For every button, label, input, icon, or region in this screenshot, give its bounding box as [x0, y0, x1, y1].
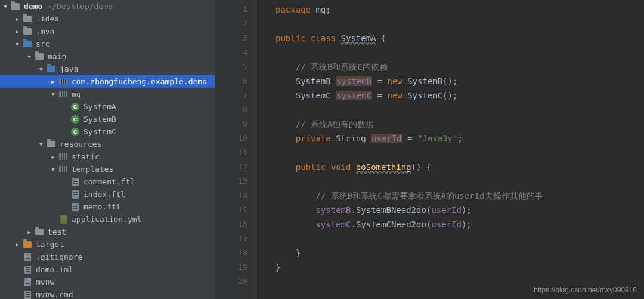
- file-icon: [23, 290, 32, 300]
- tree-node-label: demo.iml: [35, 265, 73, 274]
- code-token: private: [296, 134, 336, 143]
- tree-node-label: mvnw.cmd: [35, 290, 73, 299]
- code-line[interactable]: // 系统B和系统C都需要拿着系统A的userId去操作其他的事: [275, 189, 644, 203]
- code-token: SystemB: [296, 76, 336, 86]
- folder-icon: [35, 227, 44, 237]
- line-number: 4: [215, 45, 247, 60]
- code-line[interactable]: systemB.SystemBNeed2do(userId);: [275, 203, 644, 217]
- code-token: SystemC();: [407, 91, 457, 100]
- tree-node[interactable]: ▶application.yml: [0, 213, 215, 226]
- chevron-right-icon[interactable]: ▶: [26, 229, 32, 235]
- folder-icon: [23, 240, 32, 249]
- tree-node[interactable]: ▶comment.ftl: [0, 175, 215, 188]
- folder-icon: [23, 27, 32, 36]
- tree-node[interactable]: ▼src: [0, 38, 215, 50]
- chevron-down-icon[interactable]: ▼: [14, 41, 20, 47]
- code-token: [275, 62, 296, 72]
- code-line[interactable]: // 系统B和系统C的依赖: [275, 60, 644, 74]
- tree-node[interactable]: ▶test: [0, 226, 215, 238]
- code-line[interactable]: SystemC systemC = new SystemC();: [275, 88, 644, 103]
- tree-node[interactable]: ▼main: [0, 50, 215, 63]
- tree-node[interactable]: ▶CSystemB: [0, 113, 215, 125]
- code-line[interactable]: [275, 45, 644, 60]
- chevron-down-icon[interactable]: ▼: [38, 141, 44, 147]
- tree-node-label: java: [58, 64, 78, 73]
- tree-node[interactable]: ▶com.zhongfucheng.example.demo: [0, 75, 215, 88]
- tree-node-label: .gitignore: [35, 252, 82, 261]
- code-editor[interactable]: 1234567891011121314151617181920 package …: [215, 0, 644, 299]
- tree-node-label: comment.ftl: [82, 177, 135, 186]
- tree-node[interactable]: ▶mvnw: [0, 276, 215, 288]
- code-line[interactable]: public void doSomething() {: [275, 160, 644, 174]
- tree-node[interactable]: ▶demo.iml: [0, 263, 215, 276]
- line-number: 6: [215, 74, 247, 88]
- tree-node[interactable]: ▶memo.ftl: [0, 201, 215, 213]
- tree-node[interactable]: ▶CSystemC: [0, 125, 215, 138]
- code-line[interactable]: // 系统A独有的数据: [275, 117, 644, 131]
- file-icon: [23, 265, 32, 275]
- chevron-right-icon[interactable]: ▶: [14, 29, 20, 35]
- chevron-down-icon[interactable]: ▼: [26, 54, 32, 60]
- tree-node[interactable]: ▶.mvn: [0, 25, 215, 38]
- package-icon: [58, 77, 68, 87]
- chevron-right-icon[interactable]: ▶: [50, 79, 56, 85]
- chevron-right-icon[interactable]: ▶: [50, 154, 56, 160]
- code-token: =: [402, 134, 417, 143]
- tree-node-label: mvnw: [35, 278, 54, 286]
- tree-node[interactable]: ▶CSystemA: [0, 100, 215, 113]
- project-tree[interactable]: ▼demo~/Desktop/demo▶.idea▶.mvn▼src▼main▼…: [0, 0, 215, 299]
- tree-node[interactable]: ▶.gitignore: [0, 251, 215, 263]
- code-line[interactable]: [275, 232, 644, 246]
- folder-icon: [23, 39, 32, 49]
- tree-node-label: main: [47, 52, 66, 61]
- tree-node[interactable]: ▼java: [0, 63, 215, 75]
- chevron-down-icon[interactable]: ▼: [2, 4, 8, 10]
- code-line[interactable]: systemC.SystemCNeed2do(userId);: [275, 217, 644, 232]
- tree-node-label: demo: [23, 2, 42, 11]
- chevron-right-icon[interactable]: ▶: [14, 16, 20, 22]
- code-line[interactable]: }: [275, 246, 644, 260]
- code-line[interactable]: [275, 146, 644, 160]
- line-number: 9: [215, 117, 247, 131]
- tree-node[interactable]: ▼resources: [0, 138, 215, 150]
- code-token: );: [462, 220, 472, 229]
- code-line[interactable]: [275, 174, 644, 189]
- yaml-file-icon: [58, 215, 68, 224]
- code-token: SystemB();: [407, 76, 457, 86]
- code-token: =: [372, 76, 387, 86]
- tree-node-label: resources: [58, 140, 101, 149]
- tree-node-label: .idea: [35, 14, 59, 23]
- code-line[interactable]: }: [275, 260, 644, 275]
- tree-node[interactable]: ▶mvnw.cmd: [0, 288, 215, 299]
- code-line[interactable]: [275, 17, 644, 31]
- chevron-right-icon[interactable]: ▶: [14, 242, 20, 248]
- code-line[interactable]: private String userId = "Java3y";: [275, 131, 644, 146]
- code-token: [275, 205, 315, 215]
- line-number: 18: [215, 246, 247, 260]
- tree-node-label: mq: [70, 90, 81, 98]
- code-area[interactable]: package mq;public class SystemA { // 系统B…: [256, 0, 644, 299]
- tree-node-label: target: [35, 240, 64, 249]
- code-line[interactable]: SystemB systemB = new SystemB();: [275, 74, 644, 88]
- tree-node[interactable]: ▶target: [0, 238, 215, 251]
- code-token: public class: [275, 33, 341, 43]
- tree-node[interactable]: ▼demo~/Desktop/demo: [0, 0, 215, 13]
- code-line[interactable]: [275, 103, 644, 117]
- line-number: 7: [215, 88, 247, 103]
- code-line[interactable]: public class SystemA {: [275, 31, 644, 45]
- code-token: new: [387, 91, 407, 100]
- tree-node[interactable]: ▼mq: [0, 88, 215, 100]
- code-line[interactable]: package mq;: [275, 2, 644, 17]
- code-token: );: [462, 205, 472, 215]
- line-number: 12: [215, 160, 247, 174]
- tree-node[interactable]: ▶static: [0, 150, 215, 163]
- tree-node[interactable]: ▶index.ftl: [0, 188, 215, 201]
- chevron-down-icon[interactable]: ▼: [38, 66, 44, 72]
- chevron-down-icon[interactable]: ▼: [50, 91, 56, 97]
- line-number: 16: [215, 217, 247, 232]
- tree-node[interactable]: ▼templates: [0, 163, 215, 175]
- tree-node[interactable]: ▶.idea: [0, 13, 215, 25]
- code-token: // 系统B和系统C的依赖: [296, 62, 388, 72]
- chevron-down-icon[interactable]: ▼: [50, 167, 56, 172]
- tree-node-label: index.ftl: [82, 190, 125, 199]
